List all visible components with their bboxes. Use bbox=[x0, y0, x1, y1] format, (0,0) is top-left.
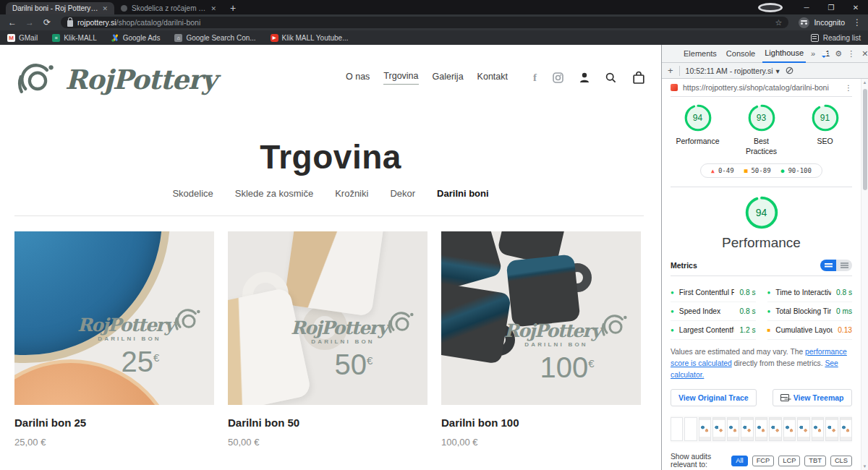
secure-lock-icon[interactable] bbox=[67, 20, 73, 27]
filmstrip-frame bbox=[783, 417, 796, 441]
report-url: https://rojpottery.si/shop/catalog/daril… bbox=[683, 83, 829, 92]
media-controls-icon[interactable] bbox=[758, 3, 783, 12]
back-button[interactable]: ← bbox=[4, 16, 20, 29]
product-image: RojPottery DARILNI BON 50€ bbox=[228, 231, 427, 405]
tab-close-icon[interactable]: ✕ bbox=[210, 5, 216, 12]
audit-filter-row: Show audits relevant to: All FCP LCP TBT… bbox=[671, 453, 852, 469]
chip-tbt[interactable]: TBT bbox=[804, 456, 826, 466]
score-performance[interactable]: 94 Performance bbox=[675, 104, 721, 156]
new-report-button[interactable]: + bbox=[668, 65, 673, 76]
devtools-scrollbar[interactable]: ▲ ▼ bbox=[861, 79, 868, 470]
devtools-close-icon[interactable]: ✕ bbox=[861, 49, 868, 59]
devtools-toolbar: Elements Console Lighthouse » 1 ⚙ ⋮ ✕ bbox=[662, 45, 868, 63]
forward-button[interactable]: → bbox=[22, 16, 38, 29]
view-treemap-button[interactable]: View Treemap bbox=[773, 389, 852, 406]
divider bbox=[671, 187, 852, 187]
metrics-note: Values are estimated and may vary. The p… bbox=[671, 346, 852, 381]
report-url-row: https://rojpottery.si/shop/catalog/daril… bbox=[671, 83, 852, 92]
product-card-darilni-bon-50[interactable]: RojPottery DARILNI BON 50€ Darilni bon 5… bbox=[228, 231, 427, 448]
metrics-header: Metrics bbox=[671, 260, 852, 271]
devtools-menu-icon[interactable]: ⋮ bbox=[847, 49, 855, 59]
new-tab-button[interactable]: + bbox=[223, 2, 243, 14]
maximize-button[interactable]: ❐ bbox=[819, 4, 843, 12]
youtube-icon: ▶ bbox=[271, 34, 278, 42]
gift-logo-icon bbox=[388, 309, 417, 337]
devtools-settings-icon[interactable]: ⚙ bbox=[835, 49, 842, 59]
performance-gauge[interactable]: 94 bbox=[745, 196, 778, 229]
nav-galerija[interactable]: Galerija bbox=[433, 72, 464, 85]
bookmark-youtube[interactable]: ▶Klik MALL Youtube... bbox=[271, 34, 349, 42]
category-krozniki[interactable]: Krožniki bbox=[335, 188, 368, 199]
site-logo[interactable]: RojPottery bbox=[17, 61, 216, 98]
bookmark-gmail[interactable]: MGMail bbox=[7, 34, 38, 42]
product-price: 50,00 € bbox=[228, 437, 427, 448]
chip-all[interactable]: All bbox=[731, 456, 747, 466]
category-sklede[interactable]: Sklede za kosmiče bbox=[235, 188, 313, 199]
product-name[interactable]: Darilni bon 100 bbox=[441, 416, 641, 429]
window-controls: ─ ❐ ✕ bbox=[758, 0, 868, 14]
filmstrip-frame bbox=[797, 417, 809, 441]
devtools-tab-lighthouse[interactable]: Lighthouse bbox=[762, 45, 806, 63]
bookmarks-bar: MGMail ≡Klik-MALL Google Ads ⌂Google Sea… bbox=[0, 30, 868, 45]
page-title: Trgovina bbox=[0, 137, 661, 176]
product-name[interactable]: Darilni bon 25 bbox=[14, 416, 214, 429]
tab-title: Darilni boni - Roj Pottery s.p. bbox=[12, 4, 98, 12]
performance-label: Performance bbox=[671, 235, 852, 251]
browser-menu-icon[interactable]: ⋮ bbox=[851, 17, 864, 27]
clear-reports-icon[interactable] bbox=[786, 67, 793, 74]
facebook-icon[interactable]: f bbox=[533, 72, 537, 84]
account-icon[interactable] bbox=[579, 72, 590, 83]
devtools-tab-console[interactable]: Console bbox=[724, 45, 757, 63]
devtools-tab-elements[interactable]: Elements bbox=[681, 45, 719, 63]
nav-o-nas[interactable]: O nas bbox=[346, 72, 370, 85]
gift-logo-icon bbox=[174, 307, 203, 334]
nav-kontakt[interactable]: Kontakt bbox=[477, 72, 508, 85]
fail-icon: ▲ bbox=[711, 168, 715, 174]
reading-list-button[interactable]: Reading list bbox=[811, 34, 861, 42]
url-path: /shop/catalog/darilni-boni bbox=[116, 18, 201, 27]
report-menu-icon[interactable]: ⋮ bbox=[845, 83, 853, 92]
product-name[interactable]: Darilni bon 50 bbox=[228, 416, 427, 429]
filmstrip-frame bbox=[769, 417, 781, 441]
view-original-trace-button[interactable]: View Original Trace bbox=[671, 389, 757, 406]
nav-trgovina[interactable]: Trgovina bbox=[383, 71, 418, 85]
category-skodelice[interactable]: Skodelice bbox=[172, 188, 213, 199]
metrics-view-toggle[interactable] bbox=[820, 260, 852, 271]
list-view-icon bbox=[820, 260, 836, 271]
cart-bag-icon[interactable] bbox=[632, 71, 645, 85]
metric-lcp: ●Largest Contentful Paint1.2 s bbox=[671, 321, 756, 340]
product-card-darilni-bon-25[interactable]: RojPottery DARILNI BON 25€ Darilni bon 2… bbox=[14, 231, 214, 448]
search-icon[interactable] bbox=[605, 72, 616, 83]
browser-tab-active[interactable]: Darilni boni - Roj Pottery s.p. ✕ bbox=[6, 2, 114, 14]
site-favicon bbox=[671, 84, 678, 91]
category-darilni-boni[interactable]: Darilni boni bbox=[437, 188, 489, 199]
address-bar[interactable]: rojpottery.si/shop/catalog/darilni-boni … bbox=[61, 17, 788, 28]
chip-fcp[interactable]: FCP bbox=[752, 456, 775, 466]
bookmark-klik-mall[interactable]: ≡Klik-MALL bbox=[52, 34, 97, 42]
minimize-button[interactable]: ─ bbox=[794, 4, 819, 12]
reload-button[interactable]: ⟳ bbox=[39, 16, 55, 29]
report-selector[interactable]: 10:52:11 AM - rojpottery.si ▾ bbox=[686, 67, 780, 75]
score-best-practices[interactable]: 93 Best Practices bbox=[739, 104, 785, 156]
close-window-button[interactable]: ✕ bbox=[843, 4, 868, 12]
score-seo[interactable]: 91 SEO bbox=[802, 104, 848, 156]
scroll-up-icon[interactable]: ▲ bbox=[861, 80, 868, 85]
divider bbox=[14, 215, 644, 216]
mug-shape bbox=[284, 231, 385, 317]
browser-tab-inactive[interactable]: Skodelica z ročajem Black Magic ✕ bbox=[114, 2, 223, 14]
instagram-icon[interactable] bbox=[553, 72, 563, 83]
scroll-down-icon[interactable]: ▼ bbox=[861, 464, 868, 469]
bookmark-star-icon[interactable]: ☆ bbox=[775, 18, 783, 27]
chip-lcp[interactable]: LCP bbox=[778, 456, 800, 466]
bookmark-search-console[interactable]: ⌂Google Search Con... bbox=[174, 34, 255, 42]
chip-cls[interactable]: CLS bbox=[830, 456, 852, 466]
bookmark-google-ads[interactable]: Google Ads bbox=[111, 34, 161, 42]
detail-view-icon bbox=[836, 260, 852, 271]
product-card-darilni-bon-100[interactable]: RojPottery DARILNI BON 100€ Darilni bon … bbox=[441, 231, 641, 448]
tab-close-icon[interactable]: ✕ bbox=[102, 5, 108, 12]
divider bbox=[679, 66, 680, 76]
incognito-badge: Incognito bbox=[794, 17, 849, 28]
more-tabs-icon[interactable]: » bbox=[811, 49, 815, 58]
category-dekor[interactable]: Dekor bbox=[390, 188, 415, 199]
scrollbar-thumb[interactable] bbox=[863, 89, 867, 190]
